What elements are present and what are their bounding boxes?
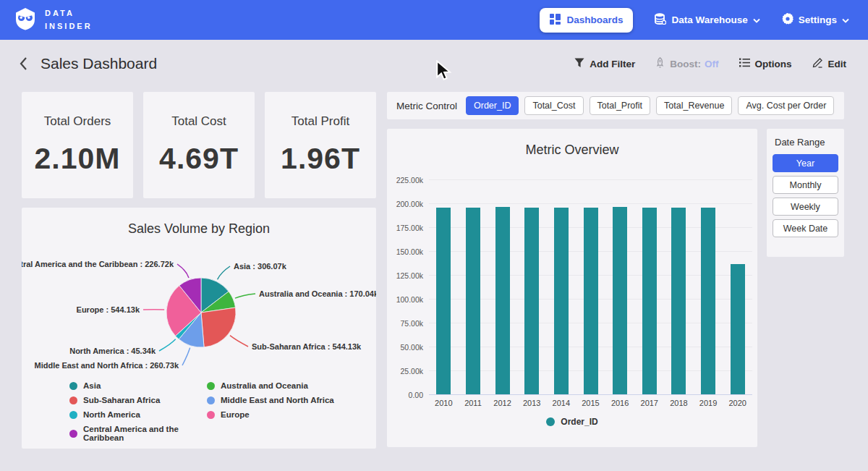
back-button[interactable] (19, 56, 27, 71)
y-axis-tick: 200.00k (388, 200, 423, 208)
metric-option-avg-cost-per-order[interactable]: Avg. Cost per Order (738, 96, 834, 115)
pie-leader-line (159, 339, 176, 351)
x-axis-tick: 2018 (664, 399, 694, 407)
pie-leader-line (230, 336, 248, 347)
y-axis-tick: 50.00k (388, 343, 423, 352)
pie-legend-item-australia-and-oceania: Australia and Oceania (207, 381, 334, 390)
gridline (429, 203, 752, 204)
metric-option-total-revenue[interactable]: Total_Revenue (656, 96, 732, 115)
nav-settings-button[interactable]: Settings (782, 13, 849, 27)
date-range-option-year[interactable]: Year (773, 154, 838, 172)
boost-toggle[interactable]: Boost: Off (655, 57, 718, 70)
bar-2013[interactable] (524, 208, 539, 394)
bar-2015[interactable] (584, 208, 598, 394)
y-axis-tick: 25.00k (388, 367, 423, 375)
pie-legend-item-asia: Asia (69, 381, 204, 390)
legend-dot (546, 417, 555, 426)
gridline (429, 394, 752, 395)
pie-label-middle-east-and-north-africa: Middle East and North Africa : 260.73k (35, 361, 179, 370)
y-axis-tick: 150.00k (388, 247, 423, 256)
add-filter-button[interactable]: Add Filter (574, 58, 635, 70)
page-header: Sales Dashboard Add Filter Boost: Off (0, 40, 868, 88)
metric-overview-chart-card: Metric Overview 225.00k200.00k175.00k150… (387, 129, 757, 447)
bar-2018[interactable] (671, 208, 686, 394)
legend-dot (207, 411, 215, 419)
x-axis-tick: 2010 (429, 399, 459, 407)
legend-dot (69, 411, 77, 419)
chevron-down-icon (842, 14, 849, 25)
bar-2014[interactable] (554, 208, 569, 394)
kpi-label: Total Cost (171, 114, 226, 129)
date-range-label: Date Range (775, 137, 838, 148)
kpi-card-2: Total Profit1.96T (265, 92, 376, 198)
metric-option-total-profit[interactable]: Total_Profit (590, 96, 651, 115)
boost-status: Off (705, 59, 719, 69)
date-range-option-week-date[interactable]: Week Date (773, 219, 838, 237)
legend-dot (207, 382, 215, 390)
pie-label-australia-and-oceania: Australia and Oceania : 170.04k (259, 289, 376, 298)
y-axis-tick: 100.00k (388, 295, 423, 304)
nav-data-warehouse-button[interactable]: Data Warehouse (655, 13, 760, 27)
pie-label-asia: Asia : 306.07k (234, 262, 287, 271)
pie-leader-line (235, 294, 255, 298)
owl-logo-icon (14, 7, 36, 33)
pie-label-sub-saharan-africa: Sub-Saharan Africa : 544.13k (252, 342, 362, 351)
dashboard-grid-icon (550, 14, 561, 27)
bar-2020[interactable] (731, 264, 745, 394)
legend-label: Order_ID (561, 417, 597, 427)
kpi-label: Total Orders (44, 114, 111, 129)
nav-dashboards-button[interactable]: Dashboards (540, 8, 633, 33)
pie-leader-line (177, 264, 189, 278)
bar-2010[interactable] (436, 208, 451, 394)
metric-option-order-id[interactable]: Order_ID (466, 96, 519, 115)
kpi-row: Total Orders2.10MTotal Cost4.69TTotal Pr… (22, 92, 376, 198)
pie-slice-sub-saharan-africa[interactable] (201, 307, 236, 347)
date-range-option-weekly[interactable]: Weekly (773, 198, 838, 216)
gridline (429, 179, 752, 180)
x-axis-tick: 2011 (458, 399, 488, 407)
kpi-value: 2.10M (35, 142, 121, 176)
date-range-panel: Date Range YearMonthlyWeeklyWeek Date (767, 129, 844, 257)
x-axis-tick: 2013 (517, 399, 547, 407)
filter-funnel-icon (574, 58, 584, 70)
kpi-label: Total Profit (292, 114, 349, 129)
brand-name: DATA INSIDER (45, 7, 93, 32)
kpi-card-1: Total Cost4.69T (143, 92, 255, 198)
y-axis-tick: 75.00k (388, 319, 423, 328)
pie-leader-line (218, 266, 230, 279)
top-navbar: DATA INSIDER Dashboards (0, 0, 868, 40)
x-axis-tick: 2019 (694, 399, 723, 407)
pie-legend-item-middle-east-and-north-africa: Middle East and North Africa (207, 396, 334, 404)
pie-legend-item-europe: Europe (207, 410, 334, 419)
metric-control-options: Order_IDTotal_CostTotal_ProfitTotal_Reve… (466, 96, 834, 115)
y-axis-tick: 125.00k (388, 271, 423, 280)
bar-2019[interactable] (701, 208, 715, 394)
bar-2012[interactable] (495, 207, 510, 395)
database-icon (655, 13, 666, 27)
pie-label-europe: Europe : 544.13k (77, 305, 140, 314)
x-axis-tick: 2012 (488, 399, 517, 407)
date-range-option-monthly[interactable]: Monthly (773, 176, 838, 194)
bar-chart-plot: 225.00k200.00k175.00k150.00k125.00k100.0… (429, 179, 752, 394)
pie-label-north-america: North America : 45.34k (69, 347, 156, 355)
pie-legend-item-sub-saharan-africa: Sub-Saharan Africa (69, 396, 204, 404)
bar-2011[interactable] (466, 208, 480, 394)
x-axis-tick: 2016 (605, 399, 635, 407)
x-axis-tick: 2014 (546, 399, 576, 407)
metric-option-total-cost[interactable]: Total_Cost (524, 96, 583, 115)
pie-leader-line (182, 348, 190, 365)
pie-legend-item-central-america-and-the-caribbean: Central America and the Caribbean (69, 425, 204, 442)
pie-legend-item-north-america: North America (69, 410, 204, 419)
gear-icon (782, 13, 793, 27)
options-button[interactable]: Options (739, 58, 792, 69)
date-range-options: YearMonthlyWeeklyWeek Date (773, 154, 838, 237)
kpi-value: 1.96T (281, 142, 360, 176)
bar-2017[interactable] (642, 208, 657, 394)
pie-label-central-america-and-the-caribbean: Central America and the Caribbean : 226.… (22, 260, 174, 268)
legend-dot (69, 430, 77, 438)
legend-dot (69, 396, 77, 404)
x-axis-tick: 2017 (634, 399, 664, 407)
metric-control-bar: Metric Control Order_IDTotal_CostTotal_P… (387, 92, 844, 119)
edit-button[interactable]: Edit (812, 57, 847, 70)
bar-2016[interactable] (613, 207, 627, 395)
